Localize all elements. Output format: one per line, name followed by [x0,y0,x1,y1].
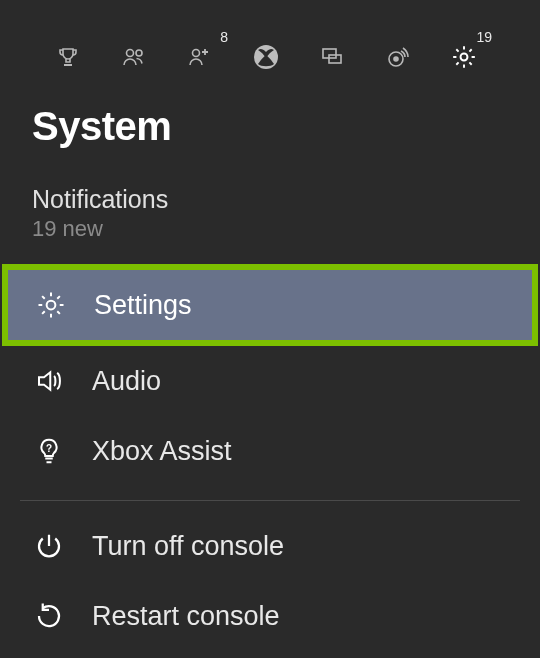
nav-settings[interactable]: 19 [450,43,478,71]
menu-label: Settings [94,290,192,321]
restart-icon [32,599,66,633]
gear-icon [451,44,477,70]
broadcast-icon [386,45,410,69]
svg-point-7 [394,57,398,61]
menu-turn-off[interactable]: Turn off console [0,511,540,581]
svg-point-0 [127,50,134,57]
menu-xbox-assist[interactable]: ? Xbox Assist [0,416,540,486]
nav-broadcast[interactable] [384,43,412,71]
people-icon [121,45,147,69]
svg-point-8 [461,54,468,61]
menu-label: Audio [92,366,161,397]
svg-point-9 [47,301,56,310]
settings-badge: 19 [476,29,492,45]
menu-settings[interactable]: Settings [8,270,532,340]
notifications-subtitle: 19 new [32,216,540,242]
party-icon [187,45,213,69]
svg-point-2 [193,50,200,57]
menu-audio[interactable]: Audio [0,346,540,416]
lightbulb-icon: ? [32,434,66,468]
party-badge: 8 [220,29,228,45]
menu-label: Turn off console [92,531,284,562]
system-menu: Settings Audio ? Xbox Assist [0,264,540,651]
menu-divider [20,500,520,501]
menu-restart[interactable]: Restart console [0,581,540,651]
nav-achievements[interactable] [54,43,82,71]
page-title: System [0,80,540,149]
xbox-icon [253,44,279,70]
notifications-block[interactable]: Notifications 19 new [0,149,540,242]
notifications-title: Notifications [32,185,540,214]
svg-point-1 [136,50,142,56]
gear-icon [34,288,68,322]
svg-rect-5 [329,55,341,63]
nav-party[interactable]: 8 [186,43,214,71]
trophy-icon [56,45,80,69]
chat-icon [320,45,344,69]
nav-xbox[interactable] [252,43,280,71]
menu-label: Xbox Assist [92,436,232,467]
nav-friends[interactable] [120,43,148,71]
power-icon [32,529,66,563]
nav-messages[interactable] [318,43,346,71]
speaker-icon [32,364,66,398]
svg-text:?: ? [46,443,52,454]
selection-highlight: Settings [2,264,538,346]
top-nav: 8 [0,0,540,80]
menu-label: Restart console [92,601,280,632]
